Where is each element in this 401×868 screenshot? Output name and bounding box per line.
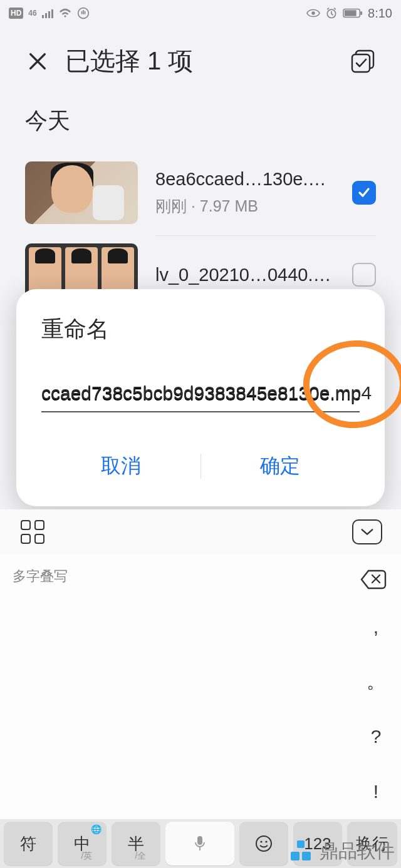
watermark-logo <box>288 839 313 864</box>
checkbox-unchecked[interactable] <box>352 263 376 287</box>
svg-point-10 <box>260 840 262 842</box>
clock-text: 8:10 <box>368 6 392 21</box>
svg-rect-12 <box>297 840 305 848</box>
smile-icon <box>254 834 273 853</box>
backspace-button[interactable] <box>360 568 387 591</box>
wifi-icon <box>58 8 72 19</box>
page-title: 已选择 1 项 <box>65 44 350 78</box>
keyboard-symbol-column: , 。 ? ! <box>351 600 401 819</box>
key-comma[interactable]: , <box>351 600 401 655</box>
network-icon: 46 <box>28 9 36 18</box>
signal-icon <box>42 8 53 18</box>
alarm-icon <box>325 7 338 19</box>
keyboard-toolbar <box>0 509 401 554</box>
file-meta: 刚刚 · 7.97 MB <box>155 196 335 217</box>
key-space[interactable] <box>165 822 234 865</box>
keyboard-hint: 多字叠写 <box>13 567 68 586</box>
file-row[interactable]: 8ea6ccaed…130e.mp4 刚刚 · 7.97 MB <box>25 161 376 224</box>
divider <box>155 235 376 236</box>
status-bar: HD 46 8:10 <box>0 0 401 26</box>
file-list: 今天 8ea6ccaed…130e.mp4 刚刚 · 7.97 MB lv_0_… <box>0 106 401 306</box>
rename-dialog: 重命名 ccaed738c5bcb9d9383845e8130e.mp4 取消 … <box>16 289 385 506</box>
svg-rect-7 <box>352 54 370 72</box>
chevron-down-icon <box>360 528 374 536</box>
hand-icon <box>77 7 90 19</box>
svg-rect-8 <box>197 836 202 845</box>
keyboard-handwriting-area[interactable]: 多字叠写 , 。 ? ! <box>0 554 401 819</box>
grid-icon <box>21 520 44 544</box>
section-heading: 今天 <box>25 106 376 136</box>
key-language[interactable]: 🌐 中/英 <box>58 822 107 865</box>
hd-badge: HD <box>9 8 23 19</box>
svg-rect-4 <box>345 10 357 16</box>
rename-input[interactable] <box>41 380 360 412</box>
selection-header: 已选择 1 项 <box>0 26 401 97</box>
svg-rect-14 <box>302 852 311 860</box>
battery-icon <box>343 8 363 18</box>
svg-point-1 <box>311 11 315 15</box>
close-button[interactable] <box>25 49 50 74</box>
keyboard-grid-button[interactable] <box>19 518 46 546</box>
file-name: lv_0_20210…0440.mp4 <box>155 265 335 285</box>
eye-icon <box>306 8 320 18</box>
select-all-button[interactable] <box>350 48 376 74</box>
key-question[interactable]: ? <box>351 710 401 765</box>
globe-icon: 🌐 <box>91 824 102 834</box>
key-width[interactable]: 半/全 <box>112 822 160 865</box>
file-name: 8ea6ccaed…130e.mp4 <box>155 169 335 190</box>
checkbox-checked[interactable] <box>352 181 376 205</box>
dialog-title: 重命名 <box>41 314 360 345</box>
svg-rect-5 <box>360 11 362 15</box>
keyboard-collapse-button[interactable] <box>352 519 382 544</box>
svg-rect-13 <box>291 852 299 860</box>
svg-point-11 <box>265 840 267 842</box>
watermark: 鼎品软件 <box>288 839 395 864</box>
key-period[interactable]: 。 <box>351 655 401 710</box>
mic-icon <box>194 835 206 852</box>
cancel-button[interactable]: 取消 <box>41 441 200 491</box>
svg-point-9 <box>256 836 271 851</box>
confirm-button[interactable]: 确定 <box>201 441 360 491</box>
key-symbols[interactable]: 符 <box>4 822 53 865</box>
watermark-text: 鼎品软件 <box>320 839 395 864</box>
key-exclaim[interactable]: ! <box>351 764 401 819</box>
key-emoji[interactable] <box>239 822 288 865</box>
video-thumbnail <box>25 161 138 224</box>
